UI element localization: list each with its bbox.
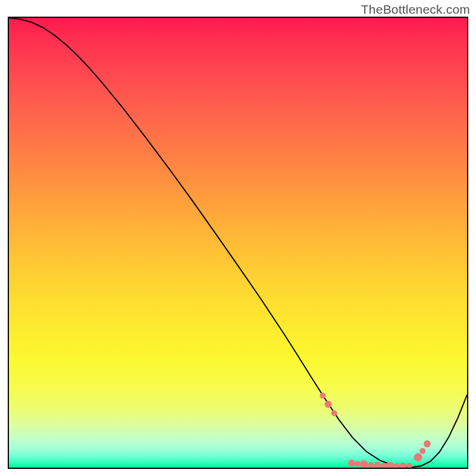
marker-dot [393, 463, 399, 468]
marker-dot [399, 462, 406, 468]
watermark-text: TheBottleneck.com [361, 2, 470, 17]
marker-dot [424, 440, 431, 447]
marker-dot [320, 393, 325, 399]
marker-dot [406, 463, 412, 468]
highlight-dots [320, 393, 431, 468]
marker-dot [368, 462, 374, 468]
marker-dot [331, 411, 337, 416]
marker-dot [414, 453, 422, 462]
marker-dot [360, 461, 368, 468]
markers-layer [9, 18, 467, 468]
marker-dot [355, 461, 361, 467]
marker-dot [419, 448, 425, 454]
marker-dot [386, 462, 394, 468]
chart-container: TheBottleneck.com [0, 0, 476, 476]
plot-area [8, 17, 468, 469]
marker-dot [374, 462, 381, 468]
marker-dot [348, 459, 355, 466]
marker-dot [381, 463, 387, 468]
marker-dot [325, 400, 332, 408]
